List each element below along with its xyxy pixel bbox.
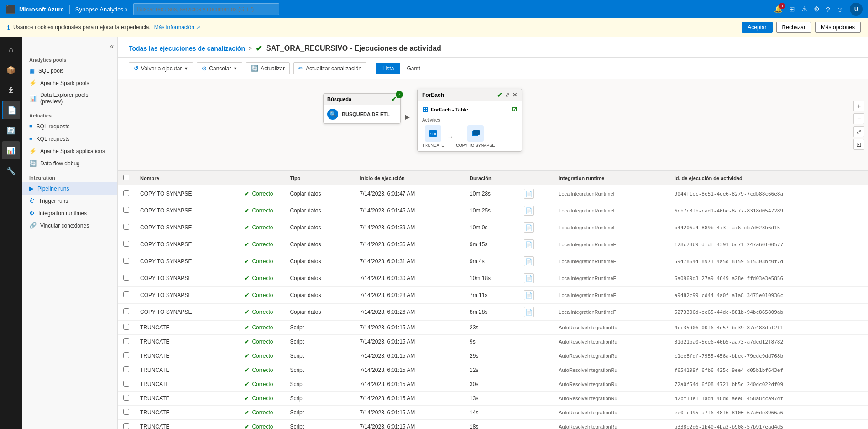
nav-data-icon[interactable]: 🗄 [2, 81, 20, 99]
sidebar-item-integration-runtimes[interactable]: ⚙ Integration runtimes [22, 207, 117, 219]
doc-icon[interactable]: 📄 [524, 222, 534, 233]
search-node[interactable]: Búsqueda ✔ 🔍 BUSQUEDA DE ETL ✓ [323, 93, 401, 124]
row-checkbox[interactable] [123, 224, 129, 230]
sidebar-item-spark-applications[interactable]: ⚡ Apache Spark applications [22, 145, 117, 157]
status-text: Correcto [252, 224, 273, 231]
row-checkbox[interactable] [123, 381, 129, 387]
sidebar-item-vincular-conexiones[interactable]: 🔗 Vincular conexiones [22, 219, 117, 232]
row-checkbox[interactable] [123, 423, 129, 429]
notifications-icon[interactable]: 🔔 1 [774, 5, 783, 13]
copy-synapse-label: COPY TO SYNAPSE [456, 143, 495, 148]
status-check-icon: ✔ [244, 258, 250, 265]
doc-icon[interactable]: 📄 [524, 307, 534, 317]
sidebar-item-trigger-runs[interactable]: ⏱ Trigger runs [22, 195, 117, 207]
reject-cookie-button[interactable]: Rechazar [776, 22, 811, 33]
nav-manage-icon[interactable]: 🔧 [2, 161, 20, 180]
fit-view-button[interactable]: ⤢ [853, 126, 864, 137]
sidebar-item-pipeline-runs[interactable]: ▶ Pipeline runs [22, 182, 117, 195]
row-checkbox[interactable] [123, 241, 129, 247]
nav-integrate-icon[interactable]: 🔄 [2, 121, 20, 139]
row-checkbox[interactable] [123, 395, 129, 401]
more-options-cookie-button[interactable]: Más opciones [815, 22, 861, 33]
row-checkbox[interactable] [123, 275, 129, 281]
select-all-checkbox[interactable] [123, 175, 129, 180]
row-checkbox[interactable] [123, 308, 129, 314]
breadcrumb-parent-link[interactable]: Todas las ejecuciones de canalización [129, 45, 245, 52]
row-checkbox[interactable] [123, 366, 129, 372]
content-area: Todas las ejecuciones de canalización > … [118, 37, 868, 429]
rerun-button[interactable]: ↺ Volver a ejecutar ▼ [129, 62, 193, 74]
row-status: ✔ Correcto [239, 377, 284, 392]
nav-home-icon[interactable]: ⌂ [2, 41, 20, 59]
status-check-icon: ✔ [244, 423, 250, 429]
row-checkbox[interactable] [123, 291, 129, 297]
foreach-header-icons: ✔ ⤢ ✕ [497, 91, 517, 99]
doc-icon[interactable]: 📄 [524, 189, 534, 199]
update-pipeline-button[interactable]: ✏ Actualizar canalización [293, 62, 366, 74]
row-start: 7/14/2023, 6:01:15 AM [354, 420, 464, 429]
sidebar-item-sql-requests[interactable]: ≡ SQL requests [22, 120, 117, 132]
row-checkbox[interactable] [123, 207, 129, 213]
settings-icon[interactable]: ⚙ [814, 5, 820, 13]
sidebar-section-analytics-pools: Analytics pools [22, 52, 117, 64]
col-icon2 [539, 171, 553, 185]
row-runtime: LocalIntegrationRuntimeF [553, 185, 669, 202]
row-checkbox[interactable] [123, 190, 129, 196]
row-checkbox[interactable] [123, 258, 129, 264]
copy-synapse-activity[interactable]: COPY TO SYNAPSE [456, 125, 495, 148]
zoom-out-button[interactable]: − [853, 113, 864, 124]
foreach-maximize-icon[interactable]: ⤢ [505, 92, 510, 98]
row-name: TRUNCATE [135, 335, 239, 349]
refresh-button[interactable]: 🔄 Actualizar [246, 62, 290, 74]
row-doc-icon-cell: 📄 [518, 185, 539, 202]
help-icon[interactable]: ? [826, 5, 830, 13]
portal-menu-icon[interactable]: ⊞ [789, 5, 795, 13]
row-checkbox[interactable] [123, 352, 129, 358]
sidebar-item-kql-requests[interactable]: ≡ KQL requests [22, 132, 117, 145]
toggle-gantt[interactable]: Gantt [400, 63, 426, 74]
user-avatar[interactable]: U [850, 3, 863, 16]
global-search-input[interactable] [133, 3, 279, 15]
row-runtime: LocalIntegrationRuntimeF [553, 253, 669, 270]
service-name[interactable]: Synapse Analytics › [75, 5, 128, 13]
nav-monitor-icon[interactable]: 📊 [2, 141, 20, 159]
foreach-close-icon[interactable]: ✕ [512, 92, 517, 98]
doc-icon[interactable]: 📄 [524, 273, 534, 283]
row-id: ee0fc995-a7f6-48f6-8100-67a0de3966a6 [669, 406, 868, 420]
feedback-icon[interactable]: ☺ [837, 5, 843, 13]
row-start: 7/14/2023, 6:01:47 AM [354, 185, 464, 202]
row-id: a338e2d6-1b40-4ba3-b908-57b917ead4d5 [669, 420, 868, 429]
row-type: Copiar datos [284, 304, 354, 321]
sidebar-collapse-btn: « [22, 41, 117, 52]
collapse-icon[interactable]: « [110, 42, 114, 50]
truncate-activity[interactable]: SQL TRUNCATE [422, 125, 444, 148]
status-check-icon: ✔ [244, 275, 250, 282]
doc-icon[interactable]: 📄 [524, 239, 534, 249]
reset-zoom-button[interactable]: ⊡ [853, 139, 864, 150]
alerts-icon[interactable]: ⚠ [801, 5, 807, 13]
sidebar-item-spark-pools[interactable]: ⚡ Apache Spark pools [22, 77, 117, 89]
zoom-in-button[interactable]: + [853, 101, 864, 111]
row-id: 6a0969d3-27a9-4649-a28e-ffd03e3e5856 [669, 270, 868, 287]
cancel-button[interactable]: ⊘ Cancelar ▼ [197, 62, 242, 74]
row-checkbox[interactable] [123, 338, 129, 344]
foreach-header: ForEach ✔ ⤢ ✕ [418, 89, 522, 101]
cookie-more-link[interactable]: Más información ↗ [154, 24, 200, 31]
status-text: Correcto [252, 309, 273, 315]
row-checkbox-cell [118, 349, 135, 363]
row-duration: 13s [464, 392, 518, 406]
doc-icon[interactable]: 📄 [524, 206, 534, 216]
sidebar-item-data-explorer[interactable]: 📊 Data Explorer pools (preview) [22, 89, 117, 107]
row-checkbox[interactable] [123, 324, 129, 330]
accept-cookie-button[interactable]: Aceptar [742, 22, 772, 33]
toggle-list[interactable]: Lista [376, 63, 400, 74]
sidebar-item-sql-pools[interactable]: ▦ SQL pools [22, 64, 117, 77]
sidebar-item-data-flow-debug[interactable]: 🔄 Data flow debug [22, 157, 117, 169]
nav-resource-icon[interactable]: 📦 [2, 61, 20, 79]
foreach-inner-title: ⊞ ForEach - Table ☑ [422, 105, 517, 114]
nav-develop-icon[interactable]: 📄 [2, 101, 20, 119]
doc-icon[interactable]: 📄 [524, 256, 534, 266]
row-checkbox[interactable] [123, 409, 129, 415]
doc-icon[interactable]: 📄 [524, 290, 534, 300]
cookie-bar: ℹ Usamos cookies opcionales para mejorar… [0, 18, 868, 37]
